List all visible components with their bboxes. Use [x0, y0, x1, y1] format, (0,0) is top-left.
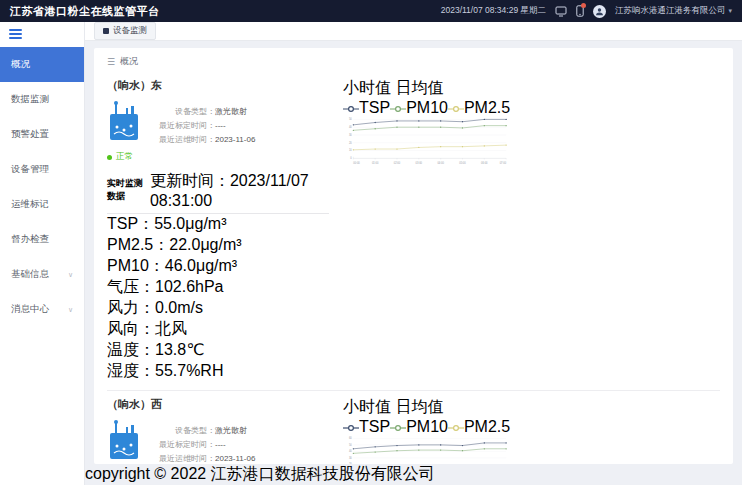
legend-marker-icon [343, 105, 359, 113]
sidebar-item-device-management[interactable]: 设备管理 [0, 152, 84, 187]
metric-temperature: 温度：13.8℃ [107, 340, 329, 361]
calibration-time-label: 最近标定时间： [151, 119, 215, 133]
app-title: 江苏省港口粉尘在线监管平台 [10, 4, 160, 19]
legend-item-pm25[interactable]: PM2.5 [448, 99, 510, 116]
dust-monitor-device-icon [107, 100, 141, 142]
dust-monitor-device-icon [107, 419, 141, 461]
status-dot-icon [107, 155, 112, 160]
tab-hourly[interactable]: 小时值 [343, 79, 391, 96]
notification-badge [581, 3, 586, 8]
svg-text:04:00: 04:00 [437, 161, 444, 165]
legend-marker-icon [343, 424, 359, 432]
svg-text:40: 40 [349, 449, 352, 453]
tab-square-icon [103, 28, 109, 34]
svg-text:50: 50 [349, 443, 352, 447]
legend-item-pm10[interactable]: PM10 [390, 418, 448, 435]
legend-item-pm25[interactable]: PM2.5 [448, 418, 510, 435]
tab-hourly[interactable]: 小时值 [343, 398, 391, 415]
company-name: 江苏响水港通江港务有限公司 [615, 5, 726, 17]
line-chart: 010203040506000:0001:0002:0003:0004:0005… [343, 436, 510, 464]
svg-text:0: 0 [350, 156, 352, 160]
sidebar: 概况 数据监测 预警处置 设备管理 运维标记 督办检查 基础信息∨ 消息中心∨ [0, 22, 85, 485]
sidebar-item-message-center[interactable]: 消息中心∨ [0, 292, 84, 327]
svg-text:30: 30 [349, 456, 352, 460]
metric-wind-direction: 风向：北风 [107, 319, 329, 340]
svg-text:00:00: 00:00 [353, 161, 360, 165]
metric-pm25: PM2.5：22.0μg/m³ [107, 235, 329, 256]
svg-text:01:00: 01:00 [372, 161, 379, 165]
device-card-xiangshui-west: （响水）西 设 [107, 390, 720, 464]
device-type-label: 设备类型： [151, 424, 215, 438]
metric-pm10: PM10：46.0μg/m³ [107, 256, 329, 277]
phone-notification-icon[interactable] [576, 5, 584, 17]
legend-marker-icon [390, 105, 406, 113]
tab-daily[interactable]: 日均值 [395, 79, 443, 96]
monitor-icon[interactable] [555, 6, 567, 17]
user-avatar[interactable] [593, 5, 606, 18]
maintenance-time-value: 2023-11-06 [215, 135, 255, 144]
device-title: （响水）东 [107, 78, 329, 93]
svg-text:07:00: 07:00 [500, 161, 507, 165]
maintenance-time-value: 2023-11-06 [215, 454, 255, 463]
svg-text:40: 40 [349, 125, 352, 129]
legend-item-pm10[interactable]: PM10 [390, 99, 448, 116]
svg-text:10: 10 [349, 148, 352, 152]
metric-humidity: 湿度：55.7%RH [107, 361, 329, 382]
svg-text:50: 50 [349, 117, 352, 121]
chart-legend: TSPPM10PM2.5 [343, 99, 510, 117]
company-dropdown[interactable]: 江苏响水港通江港务有限公司 ▾ [615, 5, 732, 17]
status-badge: 正常 [107, 151, 329, 163]
legend-marker-icon [448, 105, 464, 113]
calibration-time-label: 最近标定时间： [151, 438, 215, 452]
tab-device-monitoring[interactable]: 设备监测 [94, 22, 156, 40]
metric-tsp: TSP：55.0μg/m³ [107, 214, 329, 235]
metric-pressure: 气压：102.6hPa [107, 277, 329, 298]
chart-period-tabs: 小时值 日均值 [343, 397, 510, 418]
device-type-value: 激光散射 [215, 107, 247, 116]
sidebar-item-data-monitoring[interactable]: 数据监测 [0, 82, 84, 117]
device-type-value: 激光散射 [215, 426, 247, 435]
sidebar-item-supervision-check[interactable]: 督办检查 [0, 222, 84, 257]
device-type-label: 设备类型： [151, 105, 215, 119]
tab-daily[interactable]: 日均值 [395, 398, 443, 415]
tab-strip: 设备监测 [85, 22, 742, 41]
svg-text:06:00: 06:00 [481, 161, 488, 165]
maintenance-time-label: 最近运维时间： [151, 452, 215, 464]
hamburger-icon[interactable] [0, 22, 84, 47]
legend-item-tsp[interactable]: TSP [343, 418, 390, 435]
svg-text:20: 20 [349, 141, 352, 145]
maintenance-time-label: 最近运维时间： [151, 133, 215, 147]
menu-icon[interactable]: ☰ [107, 57, 115, 67]
chevron-down-icon: ▾ [728, 7, 732, 15]
svg-text:30: 30 [349, 133, 352, 137]
legend-marker-icon [390, 424, 406, 432]
update-time: 更新时间：2023/11/07 08:31:00 [150, 171, 329, 210]
chevron-down-icon: ∨ [68, 306, 73, 314]
realtime-data-title: 实时监测数据 [107, 177, 150, 203]
sidebar-item-maintenance-record[interactable]: 运维标记 [0, 187, 84, 222]
datetime-text: 2023/11/07 08:34:29 星期二 [441, 5, 546, 17]
sidebar-item-overview[interactable]: 概况 [0, 47, 84, 82]
legend-marker-icon [448, 424, 464, 432]
svg-text:03:00: 03:00 [416, 161, 423, 165]
main-area: 设备监测 ☰ 概况 （响水）东 [85, 22, 742, 485]
device-card-xiangshui-east: （响水）东 设 [107, 72, 720, 390]
copyright-text: copyright © 2022 江苏港口数据科技股份有限公司 [85, 465, 435, 482]
device-title: （响水）西 [107, 397, 329, 412]
line-chart: 0102030405000:0001:0002:0003:0004:0005:0… [343, 117, 510, 165]
calibration-time-value: ---- [215, 121, 226, 130]
svg-text:05:00: 05:00 [459, 161, 466, 165]
svg-text:60: 60 [349, 436, 352, 440]
metric-wind-speed: 风力：0.0m/s [107, 298, 329, 319]
svg-text:02:00: 02:00 [394, 161, 401, 165]
chart-legend: TSPPM10PM2.5 [343, 418, 510, 436]
chevron-down-icon: ∨ [68, 271, 73, 279]
chart-period-tabs: 小时值 日均值 [343, 78, 510, 99]
footer: copyright © 2022 江苏港口数据科技股份有限公司 [85, 464, 742, 485]
overview-panel: ☰ 概况 （响水）东 [94, 48, 733, 464]
legend-item-tsp[interactable]: TSP [343, 99, 390, 116]
calibration-time-value: ---- [215, 440, 226, 449]
sidebar-item-warning-handling[interactable]: 预警处置 [0, 117, 84, 152]
sidebar-item-basic-info[interactable]: 基础信息∨ [0, 257, 84, 292]
topbar: 江苏省港口粉尘在线监管平台 2023/11/07 08:34:29 星期二 江苏… [0, 0, 742, 22]
